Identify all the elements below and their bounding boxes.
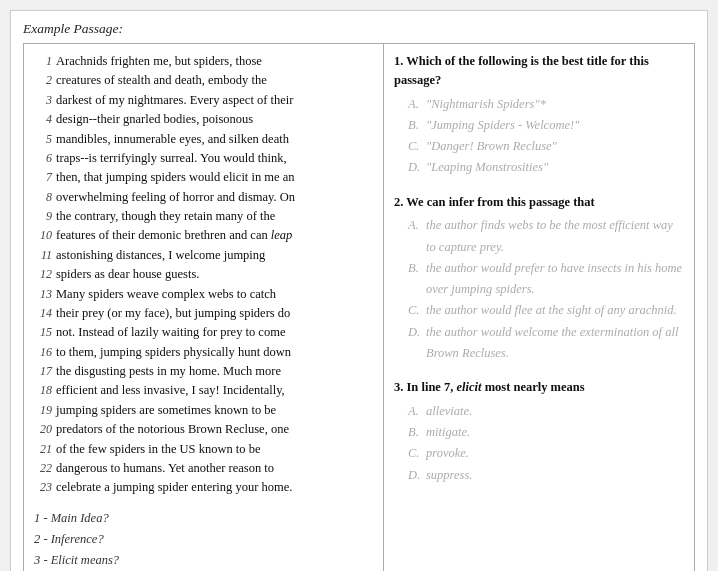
line-number: 4 bbox=[34, 110, 52, 129]
line-text: celebrate a jumping spider entering your… bbox=[56, 478, 373, 497]
right-panel: 1. Which of the following is the best ti… bbox=[384, 44, 694, 571]
line-row: 5mandibles, innumerable eyes, and silken… bbox=[34, 130, 373, 149]
choice-letter: D. bbox=[408, 465, 422, 486]
line-text: Many spiders weave complex webs to catch bbox=[56, 285, 373, 304]
line-row: 1Arachnids frighten me, but spiders, tho… bbox=[34, 52, 373, 71]
line-text: the contrary, though they retain many of… bbox=[56, 207, 373, 226]
line-row: 6traps--is terrifyingly surreal. You wou… bbox=[34, 149, 373, 168]
line-number: 15 bbox=[34, 323, 52, 342]
question-stem: 2. We can infer from this passage that bbox=[394, 193, 684, 212]
choice-text: mitigate. bbox=[426, 422, 684, 443]
line-number: 6 bbox=[34, 149, 52, 168]
line-number: 11 bbox=[34, 246, 52, 265]
line-number: 8 bbox=[34, 188, 52, 207]
choice-item: C."Danger! Brown Recluse" bbox=[408, 136, 684, 157]
line-row: 13Many spiders weave complex webs to cat… bbox=[34, 285, 373, 304]
line-text: traps--is terrifyingly surreal. You woul… bbox=[56, 149, 373, 168]
choice-item: A."Nightmarish Spiders"* bbox=[408, 94, 684, 115]
choice-item: D."Leaping Monstrosities" bbox=[408, 157, 684, 178]
line-text: spiders as dear house guests. bbox=[56, 265, 373, 284]
line-number: 14 bbox=[34, 304, 52, 323]
main-box: 1Arachnids frighten me, but spiders, tho… bbox=[23, 43, 695, 571]
choice-item: C.the author would flee at the sight of … bbox=[408, 300, 684, 321]
line-number: 23 bbox=[34, 478, 52, 497]
choice-list: A.the author finds webs to be the most e… bbox=[394, 215, 684, 364]
choice-item: D.the author would welcome the extermina… bbox=[408, 322, 684, 365]
line-number: 5 bbox=[34, 130, 52, 149]
choice-letter: D. bbox=[408, 157, 422, 178]
line-row: 15not. Instead of lazily waiting for pre… bbox=[34, 323, 373, 342]
hint-item: 1 - Main Idea? bbox=[34, 508, 373, 529]
line-text: the disgusting pests in my home. Much mo… bbox=[56, 362, 373, 381]
choice-letter: D. bbox=[408, 322, 422, 365]
line-text: not. Instead of lazily waiting for prey … bbox=[56, 323, 373, 342]
choice-text: "Danger! Brown Recluse" bbox=[426, 136, 684, 157]
line-number: 17 bbox=[34, 362, 52, 381]
choice-text: the author would flee at the sight of an… bbox=[426, 300, 684, 321]
choice-item: A.the author finds webs to be the most e… bbox=[408, 215, 684, 258]
line-text: their prey (or my face), but jumping spi… bbox=[56, 304, 373, 323]
line-row: 3darkest of my nightmares. Every aspect … bbox=[34, 91, 373, 110]
line-number: 18 bbox=[34, 381, 52, 400]
choice-letter: B. bbox=[408, 115, 422, 136]
line-text: dangerous to humans. Yet another reason … bbox=[56, 459, 373, 478]
line-row: 9the contrary, though they retain many o… bbox=[34, 207, 373, 226]
choice-text: "Leaping Monstrosities" bbox=[426, 157, 684, 178]
line-text: efficient and less invasive, I say! Inci… bbox=[56, 381, 373, 400]
hint-item: 2 - Inference? bbox=[34, 529, 373, 550]
question-stem: 3. In line 7, elicit most nearly means bbox=[394, 378, 684, 397]
choice-letter: A. bbox=[408, 401, 422, 422]
line-number: 21 bbox=[34, 440, 52, 459]
passage-text: 1Arachnids frighten me, but spiders, tho… bbox=[34, 52, 373, 498]
line-row: 2creatures of stealth and death, embody … bbox=[34, 71, 373, 90]
choice-letter: A. bbox=[408, 215, 422, 258]
questions-section: 1. Which of the following is the best ti… bbox=[394, 52, 684, 486]
choice-text: alleviate. bbox=[426, 401, 684, 422]
line-row: 20predators of the notorious Brown Reclu… bbox=[34, 420, 373, 439]
line-row: 19jumping spiders are sometimes known to… bbox=[34, 401, 373, 420]
choice-list: A.alleviate.B.mitigate.C.provoke.D.suppr… bbox=[394, 401, 684, 486]
choice-item: B.the author would prefer to have insect… bbox=[408, 258, 684, 301]
line-row: 22dangerous to humans. Yet another reaso… bbox=[34, 459, 373, 478]
line-row: 16to them, jumping spiders physically hu… bbox=[34, 343, 373, 362]
line-text: features of their demonic brethren and c… bbox=[56, 226, 373, 245]
line-row: 11astonishing distances, I welcome jumpi… bbox=[34, 246, 373, 265]
line-text: creatures of stealth and death, embody t… bbox=[56, 71, 373, 90]
line-number: 9 bbox=[34, 207, 52, 226]
choice-letter: A. bbox=[408, 94, 422, 115]
line-number: 20 bbox=[34, 420, 52, 439]
choice-letter: C. bbox=[408, 300, 422, 321]
line-number: 3 bbox=[34, 91, 52, 110]
question-block: 1. Which of the following is the best ti… bbox=[394, 52, 684, 179]
line-text: mandibles, innumerable eyes, and silken … bbox=[56, 130, 373, 149]
choice-item: C.provoke. bbox=[408, 443, 684, 464]
correct-marker: * bbox=[540, 97, 546, 111]
choice-text: suppress. bbox=[426, 465, 684, 486]
line-number: 19 bbox=[34, 401, 52, 420]
line-text: of the few spiders in the US known to be bbox=[56, 440, 373, 459]
line-row: 12spiders as dear house guests. bbox=[34, 265, 373, 284]
line-row: 8overwhelming feeling of horror and dism… bbox=[34, 188, 373, 207]
choice-item: B."Jumping Spiders - Welcome!" bbox=[408, 115, 684, 136]
choice-item: D.suppress. bbox=[408, 465, 684, 486]
choice-text: the author would prefer to have insects … bbox=[426, 258, 684, 301]
line-row: 10features of their demonic brethren and… bbox=[34, 226, 373, 245]
line-number: 22 bbox=[34, 459, 52, 478]
line-text: jumping spiders are sometimes known to b… bbox=[56, 401, 373, 420]
hint-item: 3 - Elicit means? bbox=[34, 550, 373, 571]
choice-item: A.alleviate. bbox=[408, 401, 684, 422]
line-text: Arachnids frighten me, but spiders, thos… bbox=[56, 52, 373, 71]
line-text: astonishing distances, I welcome jumping bbox=[56, 246, 373, 265]
example-label: Example Passage: bbox=[23, 21, 695, 37]
line-row: 17the disgusting pests in my home. Much … bbox=[34, 362, 373, 381]
line-number: 2 bbox=[34, 71, 52, 90]
line-number: 1 bbox=[34, 52, 52, 71]
line-text: design--their gnarled bodies, poisonous bbox=[56, 110, 373, 129]
line-row: 18efficient and less invasive, I say! In… bbox=[34, 381, 373, 400]
line-text: predators of the notorious Brown Recluse… bbox=[56, 420, 373, 439]
line-row: 14their prey (or my face), but jumping s… bbox=[34, 304, 373, 323]
outer-container: Example Passage: 1Arachnids frighten me,… bbox=[10, 10, 708, 571]
line-number: 13 bbox=[34, 285, 52, 304]
line-number: 7 bbox=[34, 168, 52, 187]
question-block: 2. We can infer from this passage thatA.… bbox=[394, 193, 684, 365]
